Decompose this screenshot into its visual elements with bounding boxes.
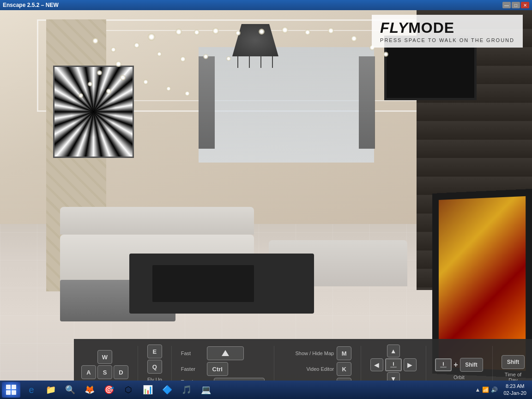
spotlight-9 (92, 38, 98, 44)
spotlight-10 (111, 47, 116, 52)
taskbar-excel[interactable]: 📊 (139, 382, 157, 398)
spotlight-15 (226, 56, 231, 61)
spotlight-13 (180, 56, 186, 62)
taskbar-music[interactable]: 🎵 (177, 382, 196, 398)
win-taskbar: e 📁 🔍 🦊 🎯 ⬡ 📊 🔷 🎵 💻 ▲ 📶 🔊 8:23 AM 02-Jan… (0, 381, 532, 399)
coffee-table (152, 265, 254, 302)
spotlight-18 (120, 75, 126, 80)
sys-network-icon: 📶 (482, 387, 489, 393)
win-clock: 8:23 AM 02-Jan-20 (500, 383, 530, 397)
show-hide-map-row: Show / Hide Map M (283, 346, 351, 360)
minimize-button[interactable]: — (502, 2, 511, 8)
taskbar-app5[interactable]: ⬡ (119, 382, 138, 398)
clock-date: 02-Jan-20 (503, 390, 526, 397)
curtain-left (199, 56, 215, 149)
taskbar-app7[interactable]: 🔷 (158, 382, 176, 398)
key-s[interactable]: S (97, 365, 112, 379)
spotlight-7 (305, 30, 310, 35)
video-editor-label: Video Editor (283, 366, 334, 372)
faster-label: Faster (181, 366, 204, 372)
spotlight-1 (175, 29, 182, 35)
spotlight-17 (97, 70, 102, 75)
painting-left-inner (54, 67, 133, 157)
title-bar-text: Enscape 2.5.2 – NEW (3, 2, 59, 8)
key-q[interactable]: Q (147, 360, 162, 374)
spotlight-25 (79, 93, 83, 98)
orbit-mouse-icon (435, 358, 452, 371)
svg-marker-0 (222, 350, 229, 356)
key-shift[interactable]: Shift (460, 358, 483, 372)
orbit-label: Orbit (453, 375, 465, 380)
spotlight-24 (148, 33, 155, 41)
sys-volume-icon: 🔊 (491, 387, 498, 393)
look-right-key[interactable]: ▶ (404, 358, 417, 371)
taskbar-search[interactable]: 🔍 (61, 382, 79, 398)
spotlight-12 (157, 52, 162, 56)
spotlight-2 (194, 30, 200, 35)
maximize-button[interactable]: □ (512, 2, 520, 8)
key-ctrl[interactable]: Ctrl (207, 362, 228, 376)
spotlight-4 (236, 30, 241, 36)
curtain-right (359, 56, 375, 149)
win-sq-4 (12, 390, 16, 395)
key-shift-tod[interactable]: Shift (502, 355, 525, 369)
spotlight-16 (115, 61, 121, 67)
time-of-day-section: Shift Time of Day (502, 355, 525, 383)
flymode-fly-text: FLY (380, 19, 408, 36)
spotlight-11 (134, 42, 139, 48)
window-area (199, 47, 374, 163)
win-sq-1 (6, 385, 11, 389)
win-sq-3 (6, 390, 11, 395)
orbit-plus-sign: + (453, 361, 458, 369)
win-sys-icons: ▲ 📶 🔊 (475, 387, 500, 393)
sofa-left-back (60, 207, 254, 235)
key-d[interactable]: D (114, 365, 128, 379)
viewport: FLYMODE PRESS SPACE TO WALK ON THE GROUN… (0, 10, 532, 399)
start-button[interactable] (2, 382, 20, 398)
clock-time: 8:23 AM (503, 383, 526, 390)
look-mouse-icon (385, 358, 402, 371)
title-bar: Enscape 2.5.2 – NEW — □ ✕ (0, 0, 532, 10)
show-hide-map-label: Show / Hide Map (283, 351, 334, 356)
look-up-key[interactable]: ▲ (387, 345, 400, 357)
flymode-mode-text: MODE (408, 19, 454, 36)
look-left-key[interactable]: ◀ (370, 358, 383, 371)
wasd-bottom-row: A S D (81, 365, 128, 379)
flymode-overlay: FLYMODE PRESS SPACE TO WALK ON THE GROUN… (372, 15, 523, 48)
chandelier-body (232, 24, 278, 56)
tod-key-group: Shift (502, 355, 525, 369)
3d-scene[interactable]: FLYMODE PRESS SPACE TO WALK ON THE GROUN… (0, 10, 532, 399)
flymode-title: FLYMODE (380, 19, 514, 36)
taskbar-firefox[interactable]: 🦊 (80, 382, 99, 398)
spotlight-19 (88, 82, 92, 86)
wasd-top-row: W (97, 350, 112, 364)
key-a[interactable]: A (81, 365, 96, 379)
spotlight-5 (259, 29, 265, 35)
taskbar-apps: e 📁 🔍 🦊 🎯 ⬡ 📊 🔷 🎵 💻 (22, 382, 475, 398)
spotlight-28 (185, 91, 190, 96)
taskbar-app9[interactable]: 💻 (197, 382, 215, 398)
close-button[interactable]: ✕ (521, 2, 529, 8)
title-bar-buttons: — □ ✕ (502, 2, 529, 8)
spotlight-27 (166, 86, 171, 91)
orbit-mouse-divider (440, 367, 447, 368)
orbit-section: + Shift Orbit (435, 358, 483, 380)
key-k[interactable]: K (337, 362, 351, 376)
spotlight-21 (351, 36, 357, 42)
taskbar-app4[interactable]: 🎯 (100, 382, 118, 398)
key-up-arrow[interactable] (207, 346, 244, 360)
spotlight-14 (203, 54, 208, 59)
spotlight-23 (383, 52, 388, 57)
spotlight-6 (282, 27, 288, 33)
windows-logo (6, 385, 16, 395)
taskbar-explorer[interactable]: 📁 (42, 382, 60, 398)
spotlight-8 (328, 28, 334, 34)
taskbar-ie[interactable]: e (22, 382, 41, 398)
key-m[interactable]: M (337, 346, 351, 360)
fast-label: Fast (181, 351, 204, 356)
look-arrows: ◀ ▲ ▼ ▶ (370, 345, 417, 385)
orbit-mouse-scroll (443, 362, 444, 366)
key-e[interactable]: E (147, 345, 162, 358)
faster-row: Faster Ctrl (181, 362, 228, 376)
key-w[interactable]: W (97, 350, 112, 364)
